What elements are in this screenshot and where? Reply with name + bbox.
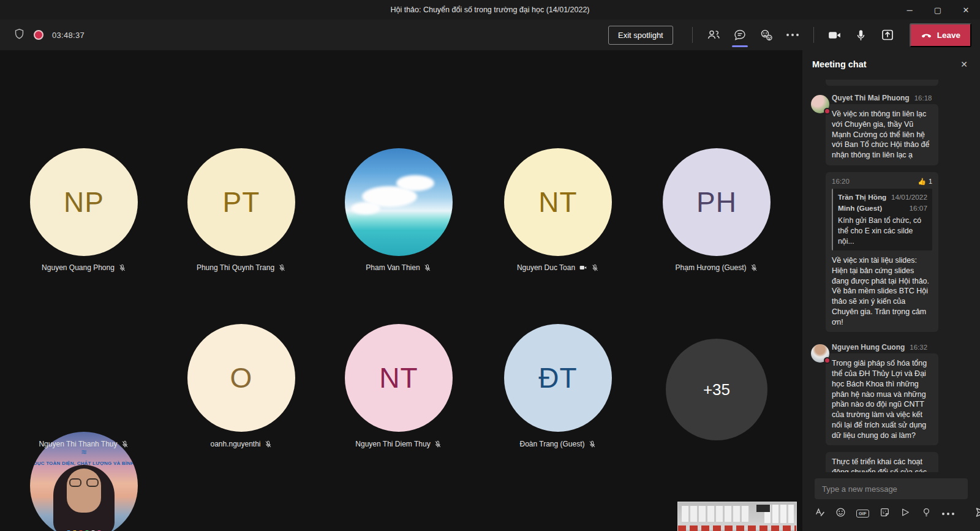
chat-message: 16:20 👍 1 Trần Thị Hồng 14/01/2022 Minh … bbox=[826, 172, 938, 333]
message-time: 16:32 bbox=[910, 344, 927, 351]
chat-close-icon[interactable]: ✕ bbox=[960, 59, 968, 69]
quoted-time: 16:07 bbox=[909, 203, 927, 214]
avatar bbox=[811, 344, 829, 363]
format-icon[interactable] bbox=[815, 507, 825, 520]
quoted-date: 14/01/2022 bbox=[891, 192, 927, 203]
mic-muted-icon bbox=[265, 440, 273, 448]
participant-name-row: Đoàn Trang (Guest) bbox=[519, 440, 596, 448]
participant-initials: NP bbox=[64, 186, 104, 219]
participant-tile[interactable]: PH bbox=[663, 148, 771, 256]
toolbar-divider bbox=[692, 27, 693, 43]
participant-name: oanh.nguyenthi bbox=[210, 440, 260, 448]
chat-message: Nguyen Hung Cuong 16:32 Trong giải pháp … bbox=[826, 343, 938, 445]
reaction-badge[interactable]: 👍 1 bbox=[918, 177, 932, 186]
message-text: Về việc xin thông tin liên lạc với Chuyê… bbox=[832, 110, 929, 159]
leave-button[interactable]: Leave bbox=[910, 23, 971, 47]
message-bubble: 16:20 👍 1 Trần Thị Hồng 14/01/2022 Minh … bbox=[826, 172, 938, 333]
microphone-button[interactable] bbox=[851, 24, 872, 45]
participant-name: Nguyen Quang Phong bbox=[42, 263, 115, 272]
meeting-timer: 03:48:37 bbox=[52, 31, 85, 40]
chat-button[interactable] bbox=[729, 24, 750, 45]
lightbulb-icon[interactable] bbox=[921, 507, 932, 520]
chat-message-list[interactable]: Quyet Thi Mai Phuong 16:18 Về việc xin t… bbox=[802, 80, 980, 472]
mic-muted-icon bbox=[424, 264, 432, 272]
message-bubble: Thực tế triển khai các hoạt động chuyển … bbox=[826, 452, 938, 472]
participants-button[interactable] bbox=[703, 24, 724, 45]
send-icon[interactable] bbox=[975, 507, 980, 521]
participant-tile[interactable]: O bbox=[187, 324, 295, 432]
participant-name-row: Nguyen Duc Toan bbox=[517, 263, 599, 272]
mic-muted-icon bbox=[589, 440, 597, 448]
participant-tile-photo[interactable] bbox=[345, 148, 453, 256]
chat-icon bbox=[733, 28, 747, 42]
quoted-message[interactable]: Trần Thị Hồng 14/01/2022 Minh (Guest) 16… bbox=[832, 189, 932, 250]
mic-muted-icon bbox=[750, 264, 758, 272]
mic-muted-icon bbox=[121, 440, 129, 448]
participant-name-row: Nguyen Thi Diem Thuy bbox=[355, 440, 442, 448]
message-bubble: Về việc xin thông tin liên lạc với Chuyê… bbox=[826, 104, 938, 165]
mic-muted-icon bbox=[118, 264, 126, 272]
minimize-icon: ─ bbox=[907, 6, 912, 15]
chat-composer: GIF bbox=[802, 472, 980, 531]
chat-active-underline bbox=[732, 45, 748, 47]
reactions-icon bbox=[759, 28, 774, 42]
composer-more-icon[interactable] bbox=[942, 513, 954, 515]
stream-icon[interactable] bbox=[900, 507, 911, 520]
participant-tile[interactable]: PT bbox=[187, 148, 295, 256]
participant-name-row: Phung Thi Quynh Trang bbox=[197, 263, 286, 272]
chat-panel-title: Meeting chat bbox=[812, 59, 867, 69]
more-options-button[interactable] bbox=[782, 24, 803, 45]
participant-initials: NT bbox=[379, 361, 418, 394]
maximize-button[interactable]: ▢ bbox=[924, 0, 952, 20]
participant-name: Phạm Hương (Guest) bbox=[676, 263, 747, 272]
overflow-participants-tile[interactable]: +35 bbox=[666, 339, 767, 440]
participant-name: Nguyen Thi Thanh Thuy bbox=[39, 440, 117, 448]
close-button[interactable]: ✕ bbox=[952, 0, 980, 20]
participant-initials: ĐT bbox=[538, 361, 577, 394]
meeting-chat-panel: Meeting chat ✕ Quyet Thi Mai Phuong 16:1… bbox=[802, 50, 980, 531]
message-author: Nguyen Hung Cuong bbox=[832, 343, 905, 352]
shield-icon bbox=[13, 28, 25, 42]
self-video-preview[interactable] bbox=[677, 502, 797, 531]
message-text: Về việc xin tài liệu slides: Hiện tại bả… bbox=[832, 256, 929, 326]
message-text: Thực tế triển khai các hoạt động chuyển … bbox=[832, 458, 927, 472]
participant-name: Nguyen Duc Toan bbox=[517, 263, 575, 272]
message-time: 16:20 bbox=[832, 177, 850, 186]
participant-initials: O bbox=[230, 361, 253, 394]
participant-tile[interactable]: NP bbox=[30, 148, 138, 256]
camera-icon bbox=[827, 28, 842, 43]
thumbs-up-icon: 👍 bbox=[918, 177, 926, 186]
chat-message: Thực tế triển khai các hoạt động chuyển … bbox=[826, 452, 938, 472]
leave-label: Leave bbox=[937, 31, 960, 40]
minimize-button[interactable]: ─ bbox=[895, 0, 924, 20]
participant-initials: PH bbox=[696, 186, 737, 219]
mic-muted-icon bbox=[591, 264, 599, 272]
share-button[interactable] bbox=[877, 24, 898, 45]
quoted-text: Kính gửi Ban tổ chức, có thể cho E xin c… bbox=[838, 216, 927, 247]
close-icon: ✕ bbox=[963, 6, 970, 15]
emoji-icon[interactable] bbox=[835, 507, 846, 520]
window-title: Hội thảo: Chuyển đổi số trong trường đại… bbox=[390, 6, 589, 14]
quoted-author-line1: Trần Thị Hồng bbox=[838, 192, 886, 203]
chat-input[interactable] bbox=[815, 478, 968, 499]
participant-name: Phung Thi Quynh Trang bbox=[197, 263, 274, 272]
participant-tile[interactable]: ĐT bbox=[504, 324, 612, 432]
participant-tile[interactable]: NT bbox=[345, 324, 453, 432]
maximize-icon: ▢ bbox=[934, 6, 941, 15]
microphone-icon bbox=[854, 28, 868, 42]
composer-toolbar: GIF bbox=[815, 507, 968, 521]
gif-icon[interactable]: GIF bbox=[856, 510, 869, 518]
exit-spotlight-button[interactable]: Exit spotlight bbox=[608, 26, 673, 45]
participant-initials: NT bbox=[538, 186, 577, 219]
camera-button[interactable] bbox=[824, 24, 845, 45]
toolbar-left: 03:48:37 bbox=[0, 28, 85, 42]
toolbar-right: Exit spotlight bbox=[608, 23, 980, 47]
hangup-icon bbox=[921, 29, 932, 41]
participant-name-row: Nguyen Thi Thanh Thuy bbox=[39, 440, 129, 448]
people-icon bbox=[706, 28, 721, 42]
participant-tile[interactable]: NT bbox=[504, 148, 612, 256]
sticker-icon[interactable] bbox=[880, 507, 890, 520]
mic-muted-icon bbox=[434, 440, 442, 448]
participant-name: Pham Van Thien bbox=[366, 263, 420, 272]
reactions-button[interactable] bbox=[756, 24, 777, 45]
